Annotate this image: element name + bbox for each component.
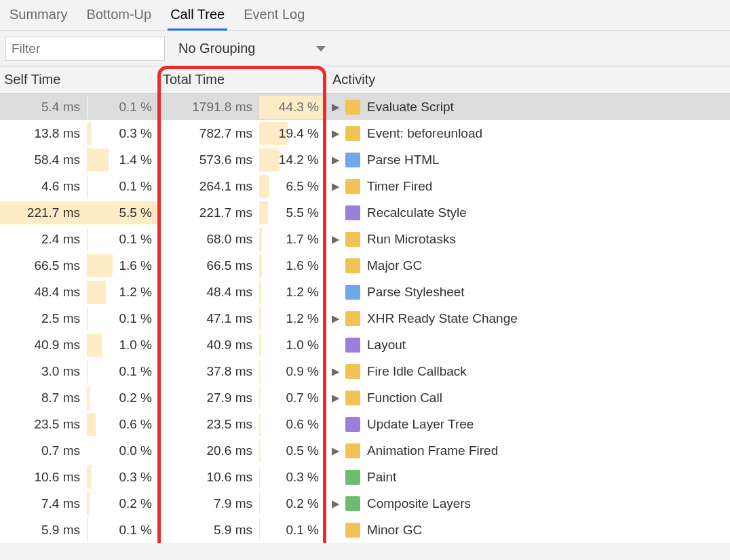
activity-label: XHR Ready State Change [367, 311, 518, 326]
category-swatch [345, 338, 360, 353]
table-row[interactable]: 66.5 ms1.6 %66.5 ms1.6 %Major GC [0, 252, 730, 279]
expand-icon[interactable]: ▶ [330, 365, 341, 378]
cell-self-time: 23.5 ms0.6 % [0, 411, 159, 437]
total-ms: 10.6 ms [159, 464, 259, 490]
expand-icon[interactable]: ▶ [330, 101, 341, 113]
self-pct: 1.2 % [87, 279, 159, 305]
cell-total-time: 20.6 ms0.5 % [159, 437, 326, 464]
filter-input[interactable] [5, 37, 165, 61]
total-ms: 1791.8 ms [159, 94, 259, 120]
expand-icon[interactable]: ▶ [330, 392, 341, 404]
self-pct: 0.2 % [87, 384, 159, 411]
table-row[interactable]: 221.7 ms5.5 %221.7 ms5.5 %Recalculate St… [0, 199, 730, 226]
total-ms: 47.1 ms [159, 305, 259, 332]
table-row[interactable]: 3.0 ms0.1 %37.8 ms0.9 %▶Fire Idle Callba… [0, 358, 730, 384]
expand-icon[interactable]: ▶ [330, 313, 341, 325]
cell-self-time: 221.7 ms5.5 % [0, 199, 159, 226]
table-row[interactable]: 7.4 ms0.2 %7.9 ms0.2 %▶Composite Layers [0, 490, 730, 517]
expand-icon[interactable]: ▶ [330, 233, 341, 245]
activity-label: Update Layer Tree [367, 417, 474, 432]
cell-total-time: 47.1 ms1.2 % [159, 305, 326, 332]
total-ms: 68.0 ms [159, 226, 259, 252]
cell-total-time: 40.9 ms1.0 % [159, 332, 326, 358]
activity-label: Run Microtasks [367, 232, 456, 247]
cell-self-time: 48.4 ms1.2 % [0, 279, 159, 305]
cell-self-time: 8.7 ms0.2 % [0, 384, 159, 411]
expand-icon[interactable]: ▶ [330, 498, 341, 510]
cell-self-time: 13.8 ms0.3 % [0, 120, 159, 146]
chevron-down-icon [316, 46, 326, 52]
cell-self-time: 3.0 ms0.1 % [0, 358, 159, 384]
table-row[interactable]: 4.6 ms0.1 %264.1 ms6.5 %▶Timer Fired [0, 173, 730, 199]
cell-total-time: 782.7 ms19.4 % [159, 120, 326, 146]
total-ms: 27.9 ms [159, 384, 259, 411]
table-row[interactable]: 40.9 ms1.0 %40.9 ms1.0 %Layout [0, 332, 730, 358]
self-ms: 66.5 ms [0, 252, 87, 279]
tab-event-log[interactable]: Event Log [241, 5, 307, 31]
expand-icon[interactable]: ▶ [330, 445, 341, 457]
table-row[interactable]: 23.5 ms0.6 %23.5 ms0.6 %Update Layer Tre… [0, 411, 730, 437]
total-ms: 66.5 ms [159, 252, 259, 279]
self-ms: 10.6 ms [0, 464, 87, 490]
activity-label: Parse HTML [367, 153, 440, 167]
expand-icon[interactable]: ▶ [330, 154, 341, 166]
category-swatch [345, 470, 360, 485]
self-ms: 5.4 ms [0, 94, 87, 120]
total-pct: 19.4 % [259, 120, 326, 146]
table-row[interactable]: 10.6 ms0.3 %10.6 ms0.3 %Paint [0, 464, 730, 490]
total-ms: 23.5 ms [159, 411, 259, 437]
expand-icon[interactable]: ▶ [330, 180, 341, 193]
total-pct: 0.6 % [259, 411, 326, 437]
self-pct: 0.3 % [87, 120, 159, 146]
tab-summary[interactable]: Summary [7, 5, 71, 31]
table-row[interactable]: 48.4 ms1.2 %48.4 ms1.2 %Parse Stylesheet [0, 279, 730, 305]
tab-call-tree[interactable]: Call Tree [168, 5, 227, 31]
self-pct: 0.1 % [87, 358, 159, 384]
cell-total-time: 1791.8 ms44.3 % [159, 94, 326, 120]
activity-label: Parse Stylesheet [367, 285, 465, 300]
filter-toolbar: No Grouping [0, 31, 730, 66]
category-swatch [345, 364, 360, 379]
grouping-select[interactable]: No Grouping [178, 41, 326, 56]
category-swatch [345, 205, 360, 220]
cell-self-time: 2.4 ms0.1 % [0, 226, 159, 252]
table-row[interactable]: 0.7 ms0.0 %20.6 ms0.5 %▶Animation Frame … [0, 437, 730, 464]
cell-activity: Major GC [326, 252, 730, 279]
tab-bottom-up[interactable]: Bottom-Up [84, 5, 155, 31]
table-row[interactable]: 58.4 ms1.4 %573.6 ms14.2 %▶Parse HTML [0, 146, 730, 173]
expand-icon[interactable]: ▶ [330, 127, 341, 140]
category-swatch [345, 126, 360, 141]
activity-label: Animation Frame Fired [367, 443, 498, 458]
table-row[interactable]: 5.9 ms0.1 %5.9 ms0.1 %Minor GC [0, 517, 730, 543]
table-row[interactable]: 2.5 ms0.1 %47.1 ms1.2 %▶XHR Ready State … [0, 305, 730, 332]
total-ms: 5.9 ms [159, 517, 259, 543]
header-activity[interactable]: Activity [326, 66, 730, 93]
self-pct: 0.1 % [87, 226, 159, 252]
table-row[interactable]: 2.4 ms0.1 %68.0 ms1.7 %▶Run Microtasks [0, 226, 730, 252]
self-ms: 2.5 ms [0, 305, 87, 332]
cell-activity: ▶Animation Frame Fired [326, 437, 730, 464]
table-body: 5.4 ms0.1 %1791.8 ms44.3 %▶Evaluate Scri… [0, 94, 730, 543]
activity-label: Fire Idle Callback [367, 364, 467, 379]
total-pct: 1.0 % [259, 332, 326, 358]
activity-label: Layout [367, 338, 406, 353]
cell-self-time: 10.6 ms0.3 % [0, 464, 159, 490]
self-pct: 0.3 % [87, 464, 159, 490]
total-ms: 221.7 ms [159, 199, 259, 226]
header-self-time[interactable]: Self Time [0, 66, 159, 93]
cell-self-time: 66.5 ms1.6 % [0, 252, 159, 279]
cell-total-time: 221.7 ms5.5 % [159, 199, 326, 226]
category-swatch [345, 153, 360, 167]
self-ms: 0.7 ms [0, 437, 87, 464]
self-ms: 48.4 ms [0, 279, 87, 305]
table-row[interactable]: 8.7 ms0.2 %27.9 ms0.7 %▶Function Call [0, 384, 730, 411]
header-total-time[interactable]: Total Time [159, 66, 326, 93]
self-ms: 4.6 ms [0, 173, 87, 199]
total-pct: 5.5 % [259, 199, 326, 226]
table-row[interactable]: 13.8 ms0.3 %782.7 ms19.4 %▶Event: before… [0, 120, 730, 146]
total-pct: 0.7 % [259, 384, 326, 411]
total-pct: 1.7 % [259, 226, 326, 252]
category-swatch [345, 285, 360, 300]
table-row[interactable]: 5.4 ms0.1 %1791.8 ms44.3 %▶Evaluate Scri… [0, 94, 730, 120]
total-ms: 573.6 ms [159, 146, 259, 173]
